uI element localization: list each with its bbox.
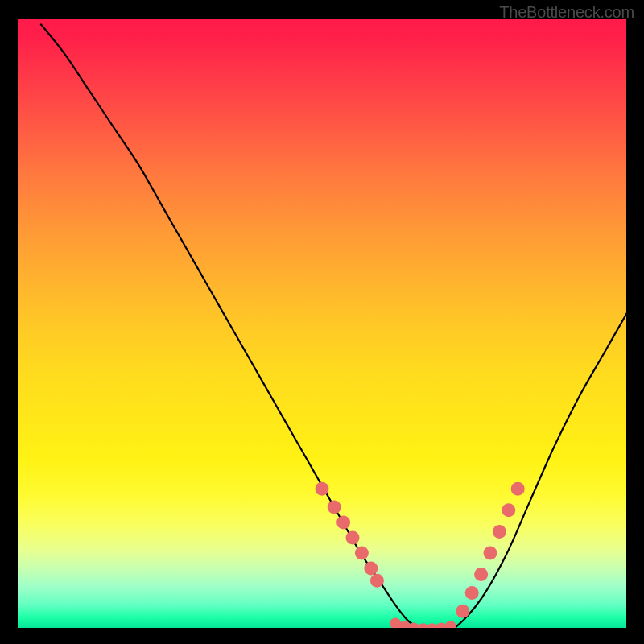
chart-svg (16, 18, 628, 630)
chart-marker (355, 547, 369, 560)
chart-marker (493, 525, 506, 539)
chart-marker (511, 482, 525, 496)
chart-marker (484, 547, 497, 560)
chart-marker (328, 501, 341, 514)
chart-marker (465, 586, 479, 600)
chart-marker (474, 568, 488, 581)
chart-marker (445, 621, 456, 630)
markers-right-slope (456, 482, 524, 618)
markers-plateau (390, 617, 456, 630)
chart-marker (316, 482, 329, 496)
bottleneck-curve-line (40, 24, 628, 630)
watermark-text: TheBottleneck.com (499, 3, 634, 22)
chart-marker (346, 531, 360, 545)
chart-plot-area (16, 18, 628, 630)
chart-marker (336, 516, 350, 530)
chart-marker (502, 503, 515, 517)
markers-left-slope (316, 482, 384, 588)
chart-marker (456, 605, 469, 618)
chart-marker (364, 562, 378, 576)
chart-marker (370, 574, 384, 588)
